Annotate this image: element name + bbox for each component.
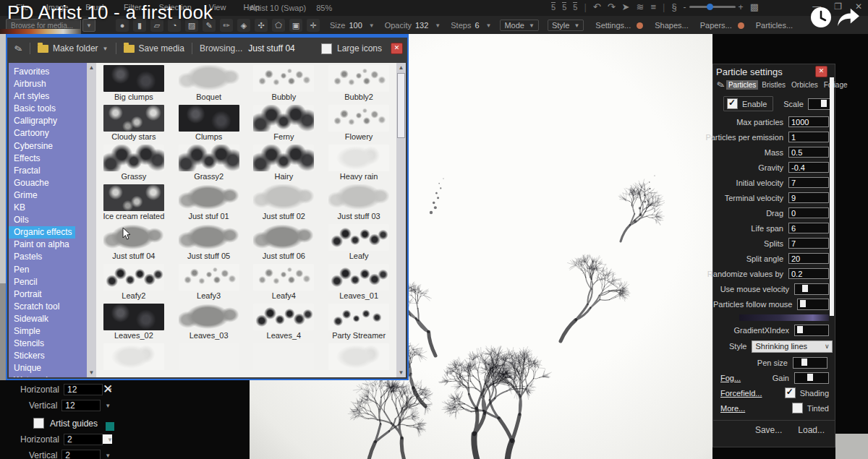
enable-checkbox-group[interactable]: Enable xyxy=(723,96,773,111)
save-media-button[interactable]: Save media xyxy=(139,43,184,53)
life-span-input[interactable] xyxy=(788,223,829,233)
redo-icon[interactable]: ↷ xyxy=(608,1,616,12)
particles-per-emission-input[interactable] xyxy=(788,132,829,142)
max-particles-input[interactable] xyxy=(788,116,829,127)
brush-leaves_02[interactable]: Leaves_02 xyxy=(96,304,171,343)
fog-link[interactable]: Fog... xyxy=(720,374,741,382)
shading-checkbox[interactable] xyxy=(785,387,796,398)
save-button[interactable]: Save... xyxy=(755,425,782,435)
spline-icon[interactable]: § xyxy=(671,1,676,12)
settings-button[interactable]: Settings... xyxy=(595,21,631,30)
category-pencil[interactable]: Pencil xyxy=(9,276,87,288)
splits-input[interactable] xyxy=(788,238,829,249)
brush-ferny[interactable]: Ferny xyxy=(247,105,322,145)
particles-button[interactable]: Particles... xyxy=(756,21,793,30)
brush-grassy2[interactable]: Grassy2 xyxy=(171,145,247,184)
scroll-down-icon[interactable]: ▼ xyxy=(396,368,406,377)
brush-cloudy-stars[interactable]: Cloudy stars xyxy=(96,105,171,145)
initial-velocity-input[interactable] xyxy=(788,177,829,188)
category-calligraphy[interactable]: Calligraphy xyxy=(9,115,87,127)
size-dropdown-icon[interactable]: ▼ xyxy=(369,22,375,29)
category-unique[interactable]: Unique xyxy=(9,362,87,374)
make-folder-button[interactable]: Make folder xyxy=(53,43,98,53)
brush-leaves_03[interactable]: Leaves_03 xyxy=(171,304,247,343)
brush-leafy2[interactable]: Leafy2 xyxy=(96,264,171,304)
stamp-icon[interactable]: ▣ xyxy=(289,19,302,32)
brush-unnamed[interactable] xyxy=(247,343,322,377)
split-angle-input[interactable] xyxy=(788,253,829,264)
brush-just-stuff-04[interactable]: Just stuff 04 xyxy=(96,224,171,264)
brush-unnamed[interactable] xyxy=(321,343,396,377)
scroll-up-icon[interactable]: ▲ xyxy=(87,63,96,72)
brush-clumps[interactable]: Clumps xyxy=(171,105,247,145)
particle-settings-close-button[interactable]: ✕ xyxy=(815,66,827,77)
opacity-dropdown-icon[interactable]: ▼ xyxy=(435,22,441,29)
category-scrollbar[interactable]: ▲ ▼ xyxy=(87,63,96,377)
gravity-input[interactable] xyxy=(788,162,829,173)
scatter-icon[interactable]: ✣ xyxy=(255,19,268,32)
dropdown-icon[interactable]: ▼ xyxy=(107,437,113,443)
category-basic-tools[interactable]: Basic tools xyxy=(9,103,87,115)
pen-size-slider[interactable] xyxy=(793,357,827,369)
shapes-button[interactable]: Shapes... xyxy=(655,21,688,30)
brush-ice-cream-related[interactable]: Ice cream related xyxy=(96,184,171,224)
category-simple[interactable]: Simple xyxy=(9,325,87,338)
category-kb[interactable]: KB xyxy=(9,202,87,214)
category-airbrush[interactable]: Airbrush xyxy=(9,78,87,90)
mass-input[interactable] xyxy=(788,147,829,158)
brush-unnamed[interactable] xyxy=(96,343,171,377)
artist-guides-checkbox[interactable] xyxy=(33,418,44,429)
size-value[interactable]: 100 xyxy=(349,21,362,30)
brush-leaves_01[interactable]: Leaves_01 xyxy=(321,264,396,304)
category-grime[interactable]: Grime xyxy=(9,189,87,202)
papers-button[interactable]: Papers... xyxy=(700,21,732,30)
category-stencils[interactable]: Stencils xyxy=(9,338,87,350)
diamond-tool-icon[interactable]: ◈ xyxy=(237,19,250,32)
brush-just-stuff-06[interactable]: Just stuff 06 xyxy=(247,224,322,264)
tab-foliage[interactable]: Foliage xyxy=(822,80,850,90)
brush-just-stuff-03[interactable]: Just stuff 03 xyxy=(321,184,396,224)
gain-slider[interactable] xyxy=(794,372,829,384)
category-portrait[interactable]: Portrait xyxy=(9,288,87,301)
pin-icon[interactable]: ✎ xyxy=(13,42,23,54)
steps-value[interactable]: 6 xyxy=(475,21,479,30)
dropdown-icon[interactable]: ▼ xyxy=(105,403,111,409)
category-watercolor[interactable]: Watercolor xyxy=(9,374,87,377)
category-art-styles[interactable]: Art styles xyxy=(9,90,87,103)
guides-star-icon[interactable]: ✕ xyxy=(103,382,113,397)
zoom-slider[interactable]: -+ xyxy=(684,2,744,12)
scroll-down-icon[interactable]: ▼ xyxy=(87,368,96,377)
undo-icon[interactable]: ↶ xyxy=(593,1,601,12)
category-organic-effects[interactable]: Organic effects xyxy=(9,226,75,239)
brush-heavy-rain[interactable]: Heavy rain xyxy=(321,145,396,184)
media-browser-close-button[interactable]: ✕ xyxy=(391,43,403,54)
enable-checkbox[interactable] xyxy=(727,98,738,109)
brush-bubbly2[interactable]: Bubbly2 xyxy=(321,65,396,105)
style-select[interactable]: Shrinking lines ∨ xyxy=(752,340,833,353)
brush-just-stuff-02[interactable]: Just stuff 02 xyxy=(247,184,322,224)
make-folder-dropdown-icon[interactable]: ▼ xyxy=(103,46,109,52)
scroll-up-icon[interactable]: ▲ xyxy=(396,63,406,72)
mode-dropdown[interactable]: Mode▼ xyxy=(500,20,538,31)
category-paint-on-alpha[interactable]: Paint on alpha xyxy=(9,239,87,251)
use-mouse-velocity-slider[interactable] xyxy=(794,283,829,295)
lines-icon[interactable]: ≡ xyxy=(650,1,656,12)
category-sidewalk[interactable]: Sidewalk xyxy=(9,313,87,325)
brush-flowery[interactable]: Flowery xyxy=(321,105,396,145)
dropdown-icon[interactable]: ▼ xyxy=(105,452,111,459)
panel-scrollbar[interactable] xyxy=(830,77,834,316)
horizontal-value[interactable]: 12 xyxy=(64,384,103,395)
brush-boquet[interactable]: Boquet xyxy=(171,65,247,105)
vertical2-value[interactable]: 2 xyxy=(61,450,101,459)
watch-later-clock-icon[interactable] xyxy=(809,6,833,29)
grid-scrollbar[interactable]: ▲ ▼ xyxy=(396,63,406,377)
terminal-velocity-input[interactable] xyxy=(788,192,829,203)
forcefield-link[interactable]: Forcefield... xyxy=(720,389,762,398)
polygon-icon[interactable]: ⬠ xyxy=(272,19,285,32)
large-icons-checkbox[interactable] xyxy=(321,43,332,54)
brush-leafy[interactable]: Leafy xyxy=(321,224,396,264)
smooth-stroke-icon[interactable]: ≋ xyxy=(636,1,644,12)
brush-hairy[interactable]: Hairy xyxy=(247,145,322,184)
brush-party-streamer[interactable]: Party Streamer xyxy=(321,304,396,343)
category-cybersine[interactable]: Cybersine xyxy=(9,140,87,153)
